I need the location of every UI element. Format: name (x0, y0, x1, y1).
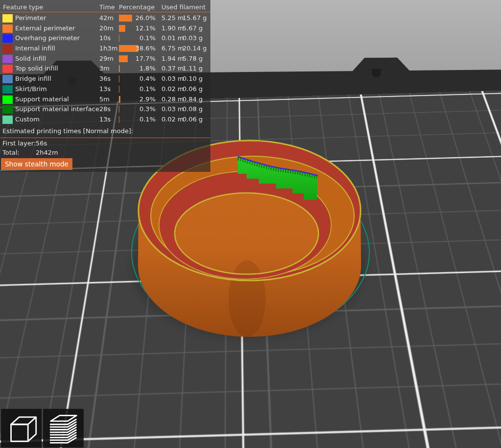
legend-row: Support material 5m 2.9% 0.28 m 0.84 g (0, 94, 210, 105)
feature-label: Custom (15, 115, 40, 125)
feature-filament-length: 1.94 m (161, 54, 184, 64)
feature-filament-weight: 0.06 g (182, 115, 203, 125)
feature-percentage: 26.0% (119, 13, 156, 24)
feature-filament-length: 0.37 m (161, 64, 184, 74)
feature-filament-length: 0.01 m (161, 33, 184, 44)
header-used-filament: Used filament (161, 3, 205, 11)
feature-filament-weight: 0.06 g (182, 84, 203, 94)
feature-percentage: 0.3% (119, 104, 156, 115)
first-layer-value: 56s (36, 140, 47, 147)
feature-label: Bridge infill (15, 74, 51, 84)
feature-color-swatch (2, 24, 13, 33)
legend-row: External perimeter 20m 12.1% 1.90 m 5.67… (0, 24, 210, 34)
feature-color-swatch (2, 65, 13, 73)
feature-color-swatch (2, 95, 13, 104)
bed-clip-right-knob (372, 69, 381, 77)
feature-label: Internal infill (15, 44, 55, 54)
view-3d-editor-button[interactable] (1, 409, 42, 448)
feature-label: Support material (15, 94, 69, 105)
feature-label: Support material interface (15, 104, 99, 115)
legend-row: Support material interface 28s 0.3% 0.03… (0, 104, 210, 115)
bed-brand-subtitle: by Josef (435, 398, 501, 417)
feature-time: 1h3m (99, 44, 117, 54)
legend-row: Bridge infill 36s 0.4% 0.03 m 0.10 g (0, 74, 210, 84)
feature-filament-weight: 0.84 g (182, 94, 203, 105)
feature-time: 3m (99, 64, 110, 74)
feature-color-swatch (2, 55, 13, 63)
header-time: Time (99, 3, 115, 11)
feature-filament-length: 0.03 m (161, 104, 184, 115)
legend-row: Custom 13s 0.1% 0.02 m 0.06 g (0, 115, 210, 125)
bed-front-edge (481, 443, 501, 448)
feature-percentage: 12.1% (119, 24, 156, 34)
feature-percentage: 17.7% (119, 54, 156, 64)
feature-time: 42m (99, 13, 114, 24)
feature-label: Skirt/Brim (15, 84, 47, 94)
feature-percentage: 0.1% (119, 33, 156, 44)
feature-time: 13s (99, 115, 111, 125)
feature-filament-weight: 15.67 g (182, 13, 207, 24)
feature-filament-weight: 5.67 g (182, 24, 203, 34)
legend-row: Top solid infill 3m 1.8% 0.37 m 1.11 g (0, 64, 210, 74)
feature-filament-weight: 5.78 g (182, 54, 203, 64)
feature-label: Perimeter (15, 13, 46, 24)
slicer-preview-viewport: ORIGINAL PRUSA i3 M by Josef (0, 0, 501, 448)
feature-color-swatch (2, 85, 13, 94)
feature-time: 10s (99, 33, 111, 44)
feature-time: 20m (99, 24, 114, 34)
feature-time: 29m (99, 54, 114, 64)
estimated-divider (0, 138, 210, 138)
legend-row: Overhang perimeter 10s 0.1% 0.01 m 0.03 … (0, 33, 210, 44)
feature-time: 13s (99, 84, 111, 94)
feature-filament-length: 0.02 m (161, 115, 184, 125)
feature-percentage: 1.8% (119, 64, 156, 74)
feature-filament-weight: 0.08 g (182, 104, 203, 115)
feature-filament-weight: 0.03 g (182, 33, 203, 44)
estimated-times-header: Estimated printing times [Normal mode]: (2, 127, 133, 135)
legend-row: Solid infill 29m 17.7% 1.94 m 5.78 g (0, 54, 210, 64)
header-percentage: Percentage (119, 3, 155, 11)
feature-time: 36s (99, 74, 111, 84)
feature-filament-weight: 0.10 g (182, 74, 203, 84)
feature-color-swatch (2, 34, 13, 43)
feature-percentage: 0.4% (119, 74, 156, 84)
legend-row: Internal infill 1h3m 38.6% 6.75 m 20.14 … (0, 44, 210, 54)
feature-label: Overhang perimeter (15, 33, 80, 44)
legend-row: Perimeter 42m 26.0% 5.25 m 15.67 g (0, 13, 210, 24)
layers-icon (46, 412, 81, 445)
feature-percentage: 2.9% (119, 94, 156, 105)
feature-label: Top solid infill (15, 64, 58, 74)
feature-filament-length: 1.90 m (161, 24, 184, 34)
cube-icon (4, 412, 39, 445)
total-time-value: 2h42m (36, 149, 58, 156)
feature-filament-length: 0.02 m (161, 84, 184, 94)
legend-panel: Feature type Time Percentage Used filame… (0, 0, 210, 172)
feature-filament-weight: 1.11 g (182, 64, 203, 74)
view-layers-preview-button[interactable] (43, 409, 84, 448)
legend-divider (0, 12, 210, 12)
feature-time: 5m (99, 94, 110, 105)
feature-filament-weight: 20.14 g (182, 44, 207, 54)
feature-filament-length: 5.25 m (161, 13, 184, 24)
feature-filament-length: 6.75 m (161, 44, 184, 54)
first-layer-label: First layer: (2, 140, 36, 147)
legend-row: Skirt/Brim 13s 0.1% 0.02 m 0.06 g (0, 84, 210, 94)
feature-time: 28s (99, 104, 111, 115)
feature-label: External perimeter (15, 24, 75, 34)
header-feature-type: Feature type (3, 3, 43, 11)
feature-percentage: 0.1% (119, 115, 156, 125)
show-stealth-mode-button[interactable]: Show stealth mode (1, 158, 72, 170)
feature-color-swatch (2, 75, 13, 83)
total-time-label: Total: (2, 149, 20, 156)
feature-percentage: 38.6% (119, 44, 156, 54)
feature-percentage: 0.1% (119, 84, 156, 94)
feature-color-swatch (2, 45, 13, 53)
feature-color-swatch (2, 105, 13, 114)
legend-rows: Perimeter 42m 26.0% 5.25 m 15.67 g Exter… (0, 13, 210, 125)
feature-filament-length: 0.03 m (161, 74, 184, 84)
feature-color-swatch (2, 14, 13, 23)
feature-color-swatch (2, 116, 13, 124)
feature-filament-length: 0.28 m (161, 94, 184, 105)
feature-label: Solid infill (15, 54, 46, 64)
